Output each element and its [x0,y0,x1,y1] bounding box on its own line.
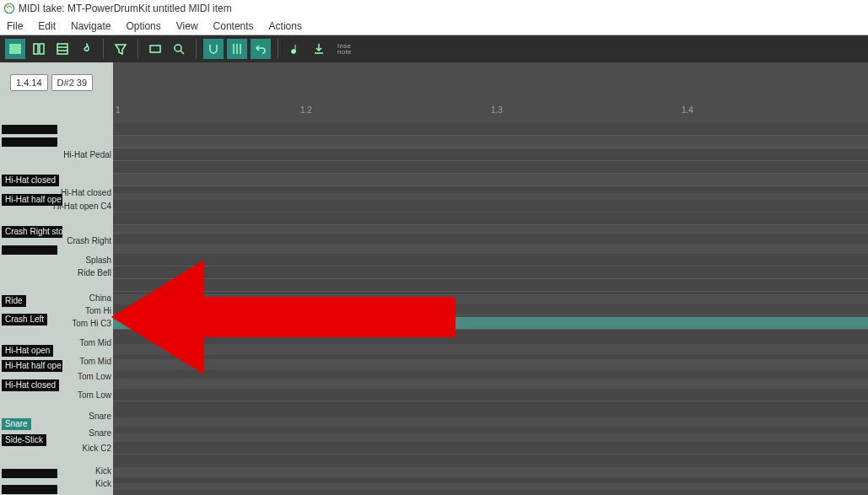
undo-icon[interactable] [251,39,271,59]
note-label-row: Hi-Hat open C4 [0,200,113,213]
note-label-row: Splash [0,254,113,266]
piano-roll-grid[interactable] [113,123,868,495]
note-label-row [0,136,113,148]
svg-line-11 [181,51,184,54]
inse-note-label: Inse note [337,43,352,55]
note-chip[interactable]: D#2 39 [51,74,93,91]
tool-note-icon[interactable] [285,39,305,59]
app-icon [3,3,15,14]
svg-rect-3 [10,51,20,53]
piano-row[interactable] [113,279,868,292]
toolbar-divider [103,39,104,59]
tool-download-icon[interactable] [309,39,329,59]
menu-item-options[interactable]: Options [126,20,160,32]
note-label-row [0,490,113,495]
note-label-row: Ride Bell [0,266,113,279]
toolbar: Inse note [0,35,868,62]
svg-rect-6 [57,44,67,54]
position-note-row: 1.4.14 D#2 39 [0,73,93,93]
note-left-tag[interactable] [2,125,57,134]
titlebar: MIDI take: MT-PowerDrumKit untitled MIDI… [0,0,868,17]
menu-item-edit[interactable]: Edit [38,20,56,32]
note-label-row [0,213,113,225]
toolbar-divider [278,39,278,59]
piano-row[interactable] [113,148,868,161]
timeline-ruler[interactable]: 11.21.31.4 [113,105,868,117]
svg-point-15 [292,50,295,53]
tool-zoom-icon[interactable] [169,39,189,59]
piano-row[interactable] [113,174,868,186]
svg-point-10 [175,45,181,51]
snap-icon[interactable] [203,39,224,59]
filter-icon[interactable] [111,39,131,59]
tool-view-2[interactable] [29,39,49,59]
menubar: FileEditNavigateOptionsViewContentsActio… [0,17,868,35]
ruler-tick: 1.2 [300,105,312,115]
menu-item-navigate[interactable]: Navigate [71,20,111,32]
piano-row[interactable] [113,266,868,279]
tool-treble-icon[interactable] [76,39,96,59]
menu-item-file[interactable]: File [7,20,23,32]
ruler-tick: 1.4 [682,105,693,115]
note-label-row: Tom Low [0,389,113,401]
note-label-row: Kick C2 [0,442,113,455]
piano-row[interactable] [113,213,868,225]
ruler-tick: 1 [116,105,121,115]
ruler-area[interactable]: 11.21.31.4 [113,62,868,123]
piano-row[interactable] [113,442,868,455]
piano-row[interactable] [113,254,868,266]
svg-rect-1 [10,45,20,46]
note-right-label: Hi-Hat Pedal [63,150,111,159]
menu-item-actions[interactable]: Actions [269,20,302,32]
grid-lines-icon[interactable] [227,39,247,59]
menu-item-view[interactable]: View [176,20,198,32]
svg-rect-9 [150,46,160,52]
piano-row[interactable] [113,161,868,174]
piano-row[interactable] [113,490,868,495]
toolbar-divider [137,39,138,59]
note-right-label: Tom Hi C3 [72,319,111,328]
note-left-tag[interactable] [2,137,57,147]
note-label-row: Tom Hi C3 [0,317,113,330]
svg-rect-4 [34,44,38,54]
note-right-label: Tom Low [78,390,111,400]
piano-row[interactable] [113,123,868,136]
toolbar-divider [196,39,197,59]
svg-point-0 [4,3,13,13]
note-labels-column: Hi-Hat PedalHi-Hat closedHi-Hat closedHi… [0,123,113,495]
note-right-label: Kick C2 [83,444,111,453]
svg-rect-2 [10,48,20,50]
menu-item-contents[interactable]: Contents [213,20,254,32]
position-chip[interactable]: 1.4.14 [10,74,48,91]
note-right-label: Hi-Hat open C4 [53,202,111,211]
note-left-tag[interactable]: Hi-Hat closed [2,175,59,186]
piano-row[interactable] [113,389,868,401]
tool-view-1[interactable] [5,39,25,59]
note-label-row: Hi-Hat closed [0,174,113,186]
piano-row[interactable] [113,317,868,330]
tool-rect-icon[interactable] [145,39,165,59]
note-label-row [0,161,113,174]
piano-row[interactable] [113,200,868,213]
note-label-row: Hi-Hat Pedal [0,148,113,161]
tool-view-3[interactable] [52,39,73,59]
note-right-label: Splash [85,256,111,265]
window-title: MIDI take: MT-PowerDrumKit untitled MIDI… [19,3,232,14]
piano-row[interactable] [113,136,868,148]
note-label-row [0,123,113,136]
svg-rect-5 [40,44,44,54]
note-label-row [0,279,113,292]
note-right-label: Ride Bell [78,268,111,277]
ruler-tick: 1.3 [491,105,503,115]
